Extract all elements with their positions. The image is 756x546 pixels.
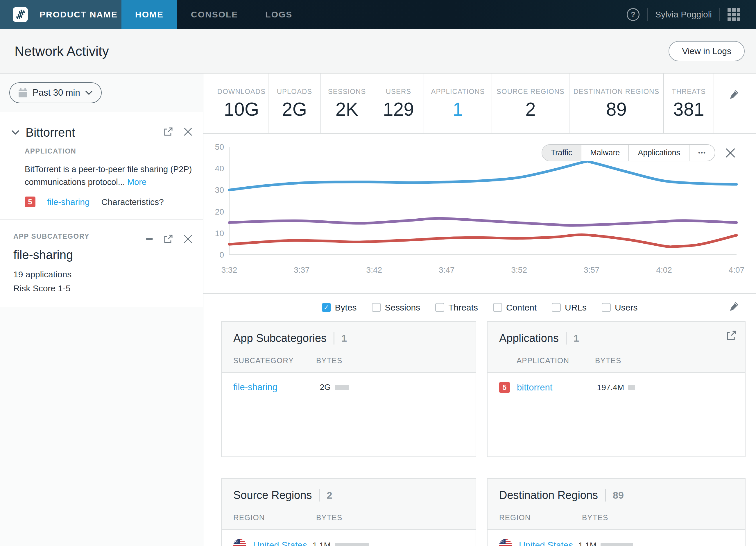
characteristics-link[interactable]: Characteristics? [101, 197, 164, 207]
column-header[interactable]: SUBCATEGORY [233, 356, 316, 365]
subcategory-row-link[interactable]: file-sharing [233, 382, 277, 393]
filter-checkbox-content[interactable]: Content [493, 303, 537, 313]
app-subcategories-panel: App Subcategories 1 SUBCATEGORY BYTES fi… [221, 321, 476, 457]
chart-close-icon[interactable] [725, 148, 736, 158]
panel-title: Destination Regions [499, 489, 598, 502]
chart-tab-traffic[interactable]: Traffic [542, 145, 582, 161]
region-row-link[interactable]: United States [519, 540, 573, 546]
edit-filters-pencil-icon[interactable] [729, 301, 739, 311]
minimize-icon[interactable] [146, 238, 153, 240]
stat-value: 381 [673, 98, 704, 120]
popout-icon[interactable] [163, 127, 173, 137]
stat-users: USERS129 [373, 74, 424, 133]
column-header[interactable]: BYTES [595, 356, 621, 365]
panel-title: Applications [499, 332, 559, 345]
stat-value: 10G [224, 98, 259, 120]
filter-checkbox-bytes[interactable]: ✓Bytes [322, 303, 357, 313]
collapse-chevron-icon[interactable] [12, 130, 19, 135]
nav-tab-console[interactable]: CONSOLE [177, 0, 252, 29]
stat-source-regions: SOURCE REGIONS2 [492, 74, 569, 133]
page-title: Network Activity [15, 43, 109, 59]
stat-value: 89 [606, 98, 627, 120]
close-icon[interactable] [184, 127, 192, 136]
chart-tab-more-icon[interactable]: ••• [689, 145, 715, 161]
stat-value: 2G [282, 98, 307, 120]
bytes-value: 2G [310, 383, 331, 392]
x-tick-label: 4:02 [656, 265, 672, 275]
us-flag-icon [233, 539, 246, 546]
stat-label: APPLICATIONS [431, 87, 485, 96]
filter-label: Bytes [335, 303, 357, 313]
filter-checkbox-threats[interactable]: Threats [435, 303, 478, 313]
column-header[interactable]: BYTES [316, 356, 342, 365]
column-header[interactable]: APPLICATION [517, 356, 595, 365]
checkbox-unchecked-icon[interactable] [435, 303, 444, 312]
application-card-title: Bittorrent [26, 126, 75, 139]
column-header[interactable]: REGION [233, 513, 316, 522]
column-header[interactable]: REGION [499, 513, 582, 522]
sidebar: Past 30 min Bittorrent APPLICATION BitTo… [0, 74, 203, 546]
apps-grid-icon[interactable] [728, 8, 740, 21]
x-tick-label: 4:07 [729, 265, 745, 275]
view-in-logs-button[interactable]: View in Logs [669, 41, 745, 61]
edit-stats-pencil-icon[interactable] [729, 89, 739, 99]
subcategory-link[interactable]: file-sharing [47, 197, 90, 207]
application-description: BitTorrent is a peer-to-peer file sharin… [25, 163, 199, 188]
panel-count: 1 [334, 332, 347, 345]
x-tick-label: 3:42 [366, 265, 382, 275]
main-content: DOWNLOADS10GUPLOADS2GSESSIONS2KUSERS129A… [203, 74, 756, 546]
popout-icon[interactable] [163, 234, 173, 244]
filter-checkbox-urls[interactable]: URLs [552, 303, 587, 313]
table-row: United States 1.1M [222, 530, 476, 546]
y-tick-label: 30 [215, 185, 224, 194]
column-header[interactable]: BYTES [582, 513, 608, 522]
filter-checkbox-users[interactable]: Users [602, 303, 637, 313]
popout-icon[interactable] [726, 330, 737, 341]
chart-tab-malware[interactable]: Malware [581, 145, 629, 161]
y-tick-label: 50 [215, 142, 224, 151]
stat-downloads: DOWNLOADS10G [215, 74, 268, 133]
bytes-bar [335, 385, 349, 390]
nav-tab-home[interactable]: HOME [121, 0, 177, 29]
product-name: PRODUCT NAME [40, 10, 118, 19]
checkbox-unchecked-icon[interactable] [372, 303, 381, 312]
close-icon[interactable] [184, 234, 192, 243]
stat-destination-regions: DESTINATION REGIONS89 [569, 74, 664, 133]
checkbox-checked-icon[interactable]: ✓ [322, 303, 331, 312]
application-row-link[interactable]: bittorrent [517, 382, 552, 393]
subcategory-card-title: file-sharing [13, 248, 192, 262]
stat-sessions: SESSIONS2K [321, 74, 373, 133]
panel-count: 1 [566, 332, 579, 345]
stat-threats: THREATS381 [664, 74, 714, 133]
stat-uploads: UPLOADS2G [268, 74, 321, 133]
chevron-down-icon [85, 91, 92, 95]
time-range-value: Past 30 min [33, 87, 80, 98]
nav-tab-logs[interactable]: LOGS [252, 0, 306, 29]
source-regions-panel: Source Regions 2 REGION BYTES [221, 478, 476, 546]
table-row: file-sharing 2G [222, 373, 476, 393]
subcategory-apps-count: 19 applications [13, 269, 192, 280]
help-icon[interactable]: ? [627, 8, 639, 21]
filter-label: Sessions [385, 303, 420, 313]
filter-label: Content [506, 303, 537, 313]
checkbox-unchecked-icon[interactable] [493, 303, 502, 312]
bytes-bar [628, 385, 635, 390]
stat-label: DOWNLOADS [217, 87, 266, 96]
time-range-dropdown[interactable]: Past 30 min [9, 82, 102, 103]
checkbox-unchecked-icon[interactable] [552, 303, 561, 312]
more-link[interactable]: More [127, 177, 146, 187]
summary-stats-row: DOWNLOADS10GUPLOADS2GSESSIONS2KUSERS129A… [203, 74, 756, 134]
chart-tab-applications[interactable]: Applications [629, 145, 689, 161]
risk-score-badge: 5 [499, 382, 510, 393]
column-header[interactable]: BYTES [316, 513, 342, 522]
x-tick-label: 3:52 [511, 265, 527, 275]
filter-checkbox-sessions[interactable]: Sessions [372, 303, 420, 313]
user-name[interactable]: Sylvia Poggioli [655, 10, 712, 19]
region-row-link[interactable]: United States [253, 540, 307, 546]
stat-applications: APPLICATIONS1 [424, 74, 492, 133]
checkbox-unchecked-icon[interactable] [602, 303, 611, 312]
y-tick-label: 20 [215, 207, 224, 216]
stat-value: 1 [453, 98, 463, 120]
filter-label: Threats [448, 303, 478, 313]
divider [719, 8, 720, 21]
